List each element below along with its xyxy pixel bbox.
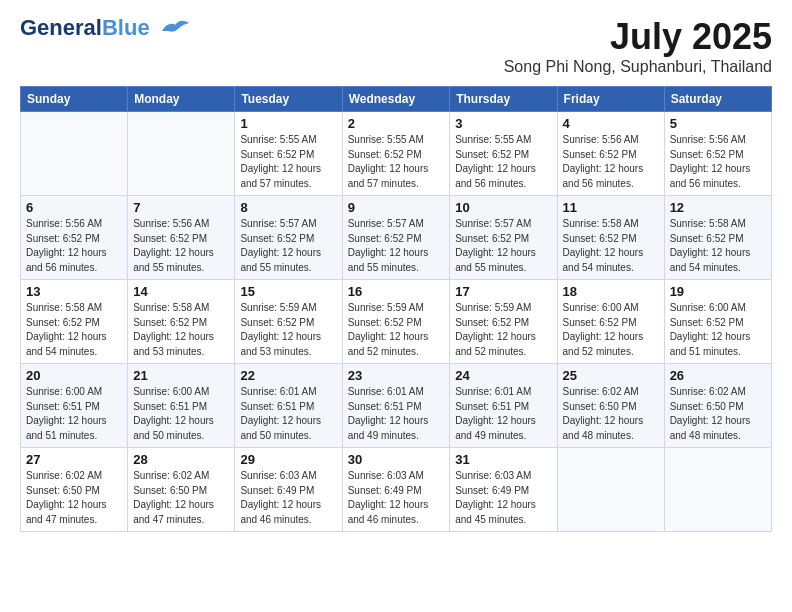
day-info: Sunrise: 6:01 AM Sunset: 6:51 PM Dayligh…	[240, 385, 336, 443]
day-info: Sunrise: 5:55 AM Sunset: 6:52 PM Dayligh…	[455, 133, 551, 191]
day-number: 9	[348, 200, 445, 215]
day-number: 13	[26, 284, 122, 299]
day-info: Sunrise: 5:56 AM Sunset: 6:52 PM Dayligh…	[670, 133, 766, 191]
day-number: 27	[26, 452, 122, 467]
day-number: 17	[455, 284, 551, 299]
day-info: Sunrise: 5:59 AM Sunset: 6:52 PM Dayligh…	[455, 301, 551, 359]
day-number: 1	[240, 116, 336, 131]
calendar-cell: 10Sunrise: 5:57 AM Sunset: 6:52 PM Dayli…	[450, 196, 557, 280]
calendar-cell	[128, 112, 235, 196]
weekday-header: Monday	[128, 87, 235, 112]
page-header: GeneralBlue July 2025 Song Phi Nong, Sup…	[20, 16, 772, 76]
day-info: Sunrise: 6:00 AM Sunset: 6:52 PM Dayligh…	[563, 301, 659, 359]
day-number: 22	[240, 368, 336, 383]
day-number: 30	[348, 452, 445, 467]
day-number: 26	[670, 368, 766, 383]
day-number: 8	[240, 200, 336, 215]
day-number: 10	[455, 200, 551, 215]
weekday-header: Wednesday	[342, 87, 450, 112]
day-info: Sunrise: 5:59 AM Sunset: 6:52 PM Dayligh…	[348, 301, 445, 359]
day-number: 7	[133, 200, 229, 215]
day-info: Sunrise: 5:58 AM Sunset: 6:52 PM Dayligh…	[133, 301, 229, 359]
calendar-week-row: 13Sunrise: 5:58 AM Sunset: 6:52 PM Dayli…	[21, 280, 772, 364]
title-block: July 2025 Song Phi Nong, Suphanburi, Tha…	[504, 16, 772, 76]
weekday-header: Thursday	[450, 87, 557, 112]
calendar-week-row: 27Sunrise: 6:02 AM Sunset: 6:50 PM Dayli…	[21, 448, 772, 532]
calendar-cell: 1Sunrise: 5:55 AM Sunset: 6:52 PM Daylig…	[235, 112, 342, 196]
calendar-week-row: 1Sunrise: 5:55 AM Sunset: 6:52 PM Daylig…	[21, 112, 772, 196]
day-number: 25	[563, 368, 659, 383]
day-number: 15	[240, 284, 336, 299]
day-info: Sunrise: 6:03 AM Sunset: 6:49 PM Dayligh…	[240, 469, 336, 527]
calendar-cell: 13Sunrise: 5:58 AM Sunset: 6:52 PM Dayli…	[21, 280, 128, 364]
calendar-cell: 17Sunrise: 5:59 AM Sunset: 6:52 PM Dayli…	[450, 280, 557, 364]
logo-text: GeneralBlue	[20, 16, 150, 40]
calendar-cell: 15Sunrise: 5:59 AM Sunset: 6:52 PM Dayli…	[235, 280, 342, 364]
day-info: Sunrise: 5:58 AM Sunset: 6:52 PM Dayligh…	[563, 217, 659, 275]
day-info: Sunrise: 6:02 AM Sunset: 6:50 PM Dayligh…	[563, 385, 659, 443]
day-number: 11	[563, 200, 659, 215]
day-info: Sunrise: 5:56 AM Sunset: 6:52 PM Dayligh…	[133, 217, 229, 275]
calendar-cell: 3Sunrise: 5:55 AM Sunset: 6:52 PM Daylig…	[450, 112, 557, 196]
month-title: July 2025	[504, 16, 772, 58]
weekday-header: Tuesday	[235, 87, 342, 112]
day-info: Sunrise: 6:02 AM Sunset: 6:50 PM Dayligh…	[670, 385, 766, 443]
day-number: 31	[455, 452, 551, 467]
day-info: Sunrise: 5:55 AM Sunset: 6:52 PM Dayligh…	[348, 133, 445, 191]
day-info: Sunrise: 5:58 AM Sunset: 6:52 PM Dayligh…	[26, 301, 122, 359]
weekday-header: Saturday	[664, 87, 771, 112]
calendar-cell: 12Sunrise: 5:58 AM Sunset: 6:52 PM Dayli…	[664, 196, 771, 280]
calendar-cell: 20Sunrise: 6:00 AM Sunset: 6:51 PM Dayli…	[21, 364, 128, 448]
calendar-cell: 14Sunrise: 5:58 AM Sunset: 6:52 PM Dayli…	[128, 280, 235, 364]
day-number: 12	[670, 200, 766, 215]
day-number: 24	[455, 368, 551, 383]
calendar-header-row: SundayMondayTuesdayWednesdayThursdayFrid…	[21, 87, 772, 112]
calendar-cell: 31Sunrise: 6:03 AM Sunset: 6:49 PM Dayli…	[450, 448, 557, 532]
logo-bird-icon	[154, 17, 192, 39]
day-info: Sunrise: 5:57 AM Sunset: 6:52 PM Dayligh…	[240, 217, 336, 275]
calendar-cell: 24Sunrise: 6:01 AM Sunset: 6:51 PM Dayli…	[450, 364, 557, 448]
day-number: 28	[133, 452, 229, 467]
calendar-cell: 23Sunrise: 6:01 AM Sunset: 6:51 PM Dayli…	[342, 364, 450, 448]
day-info: Sunrise: 5:59 AM Sunset: 6:52 PM Dayligh…	[240, 301, 336, 359]
day-info: Sunrise: 5:58 AM Sunset: 6:52 PM Dayligh…	[670, 217, 766, 275]
calendar-cell: 9Sunrise: 5:57 AM Sunset: 6:52 PM Daylig…	[342, 196, 450, 280]
day-number: 23	[348, 368, 445, 383]
calendar-cell: 11Sunrise: 5:58 AM Sunset: 6:52 PM Dayli…	[557, 196, 664, 280]
calendar-cell: 16Sunrise: 5:59 AM Sunset: 6:52 PM Dayli…	[342, 280, 450, 364]
day-number: 19	[670, 284, 766, 299]
day-info: Sunrise: 6:00 AM Sunset: 6:51 PM Dayligh…	[26, 385, 122, 443]
day-info: Sunrise: 5:57 AM Sunset: 6:52 PM Dayligh…	[348, 217, 445, 275]
day-number: 4	[563, 116, 659, 131]
day-info: Sunrise: 6:01 AM Sunset: 6:51 PM Dayligh…	[348, 385, 445, 443]
day-info: Sunrise: 6:02 AM Sunset: 6:50 PM Dayligh…	[133, 469, 229, 527]
day-number: 16	[348, 284, 445, 299]
location-title: Song Phi Nong, Suphanburi, Thailand	[504, 58, 772, 76]
calendar-table: SundayMondayTuesdayWednesdayThursdayFrid…	[20, 86, 772, 532]
calendar-cell: 6Sunrise: 5:56 AM Sunset: 6:52 PM Daylig…	[21, 196, 128, 280]
day-info: Sunrise: 6:03 AM Sunset: 6:49 PM Dayligh…	[348, 469, 445, 527]
calendar-cell: 5Sunrise: 5:56 AM Sunset: 6:52 PM Daylig…	[664, 112, 771, 196]
calendar-cell: 19Sunrise: 6:00 AM Sunset: 6:52 PM Dayli…	[664, 280, 771, 364]
calendar-cell: 25Sunrise: 6:02 AM Sunset: 6:50 PM Dayli…	[557, 364, 664, 448]
weekday-header: Friday	[557, 87, 664, 112]
day-number: 20	[26, 368, 122, 383]
calendar-cell: 18Sunrise: 6:00 AM Sunset: 6:52 PM Dayli…	[557, 280, 664, 364]
calendar-cell: 4Sunrise: 5:56 AM Sunset: 6:52 PM Daylig…	[557, 112, 664, 196]
day-info: Sunrise: 6:03 AM Sunset: 6:49 PM Dayligh…	[455, 469, 551, 527]
day-number: 14	[133, 284, 229, 299]
day-number: 29	[240, 452, 336, 467]
calendar-week-row: 6Sunrise: 5:56 AM Sunset: 6:52 PM Daylig…	[21, 196, 772, 280]
calendar-cell: 27Sunrise: 6:02 AM Sunset: 6:50 PM Dayli…	[21, 448, 128, 532]
day-info: Sunrise: 6:00 AM Sunset: 6:51 PM Dayligh…	[133, 385, 229, 443]
calendar-cell	[21, 112, 128, 196]
calendar-cell: 29Sunrise: 6:03 AM Sunset: 6:49 PM Dayli…	[235, 448, 342, 532]
logo: GeneralBlue	[20, 16, 192, 40]
calendar-cell: 2Sunrise: 5:55 AM Sunset: 6:52 PM Daylig…	[342, 112, 450, 196]
day-number: 3	[455, 116, 551, 131]
day-info: Sunrise: 6:01 AM Sunset: 6:51 PM Dayligh…	[455, 385, 551, 443]
day-info: Sunrise: 6:02 AM Sunset: 6:50 PM Dayligh…	[26, 469, 122, 527]
calendar-cell: 7Sunrise: 5:56 AM Sunset: 6:52 PM Daylig…	[128, 196, 235, 280]
day-number: 21	[133, 368, 229, 383]
calendar-cell: 22Sunrise: 6:01 AM Sunset: 6:51 PM Dayli…	[235, 364, 342, 448]
